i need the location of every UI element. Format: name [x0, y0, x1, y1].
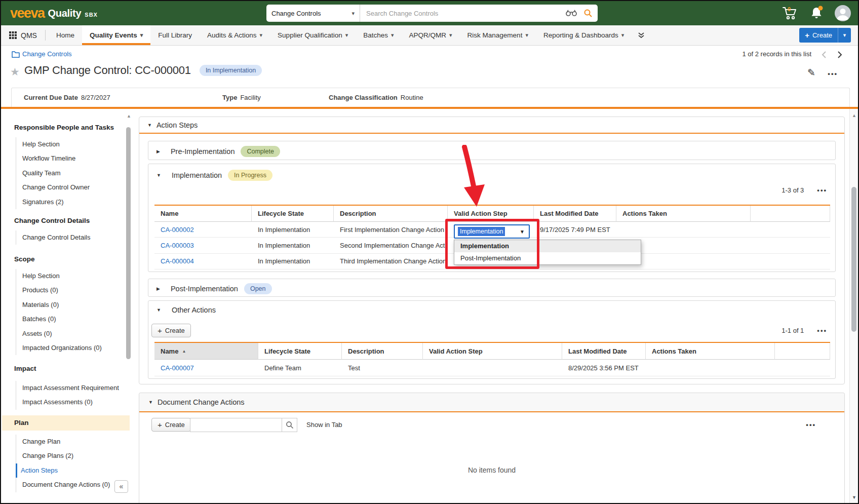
create-action-button[interactable]: + Create	[151, 324, 191, 337]
empty-state-message: No items found	[139, 466, 844, 474]
implementation-group-header[interactable]: Implementation In Progress	[157, 170, 272, 181]
create-dropdown-toggle[interactable]	[838, 28, 851, 43]
record-link[interactable]: CA-000003	[161, 242, 194, 249]
cell-empty	[775, 360, 830, 376]
record-link[interactable]: CA-000007	[161, 364, 194, 372]
tab-supplier-qualification[interactable]: Supplier Qualification	[270, 25, 356, 45]
column-header-description[interactable]: Description	[334, 206, 448, 222]
column-header-last-modified-date[interactable]: Last Modified Date	[534, 206, 616, 222]
sidebar-item-signatures[interactable]: Signatures (2)	[22, 195, 130, 209]
action-steps-section-header[interactable]: Action Steps	[139, 117, 844, 134]
notifications-bell-icon[interactable]	[809, 6, 824, 21]
post-implementation-group[interactable]: Post-Implementation Open	[148, 279, 836, 297]
document-actions-search-input[interactable]	[190, 418, 282, 432]
sidebar-item-change-plans[interactable]: Change Plans (2)	[22, 449, 130, 463]
table-pager: 1-3 of 3	[782, 186, 804, 194]
sidebar-item-workflow-timeline[interactable]: Workflow Timeline	[22, 151, 130, 166]
show-in-tab-link[interactable]: Show in Tab	[306, 421, 342, 429]
create-button[interactable]: + Create	[799, 28, 838, 43]
next-record-icon[interactable]	[837, 51, 843, 59]
cart-icon[interactable]: 0	[782, 6, 798, 21]
column-header-lifecycle-state[interactable]: Lifecycle State	[252, 206, 334, 222]
column-header-name[interactable]: Name	[154, 206, 252, 222]
sidebar-item-batches[interactable]: Batches (0)	[22, 312, 130, 326]
create-document-action-button[interactable]: + Create	[151, 418, 191, 432]
option-implementation[interactable]: Implementation	[454, 240, 641, 252]
column-header-valid-action-step[interactable]: Valid Action Step	[448, 206, 534, 222]
tab-audits-actions[interactable]: Audits & Actions	[200, 25, 270, 45]
other-actions-header[interactable]: Other Actions	[157, 306, 216, 314]
scroll-down-icon[interactable]: ▼	[852, 495, 856, 500]
sidebar-scrollbar[interactable]	[126, 127, 131, 359]
edit-pencil-icon[interactable]: ✎	[807, 67, 815, 79]
grid-icon	[9, 31, 17, 39]
user-avatar[interactable]	[835, 5, 851, 21]
global-search-input[interactable]	[360, 5, 598, 22]
tab-home[interactable]: Home	[49, 25, 82, 45]
scrollbar-thumb[interactable]	[851, 187, 856, 332]
column-header-lifecycle-state[interactable]: Lifecycle State	[258, 343, 342, 360]
column-header-valid-action-step[interactable]: Valid Action Step	[423, 343, 562, 360]
previous-record-icon[interactable]	[821, 51, 827, 59]
tab-apqr-qmr[interactable]: APQR/QMR	[402, 25, 460, 45]
record-link[interactable]: CA-000004	[161, 257, 194, 265]
valid-action-step-select[interactable]: Implementation ▼	[454, 224, 530, 239]
column-header-last-modified-date[interactable]: Last Modified Date	[562, 343, 646, 360]
search-submit-icon[interactable]	[282, 418, 297, 432]
sidebar-scroll-up-icon[interactable]: ▲	[127, 113, 131, 119]
section-actions-menu-icon[interactable]: •••	[806, 421, 816, 429]
plus-icon: +	[805, 31, 809, 40]
sidebar-item-action-steps[interactable]: Action Steps	[16, 463, 130, 478]
binoculars-icon[interactable]	[565, 9, 577, 17]
sidebar-item-materials[interactable]: Materials (0)	[22, 298, 130, 312]
tab-label: APQR/QMR	[409, 31, 447, 39]
tab-label: Home	[56, 31, 74, 39]
tab-risk-management[interactable]: Risk Management	[460, 25, 536, 45]
sidebar-section-impact: Impact	[2, 361, 130, 376]
sidebar-item-impact-assessments[interactable]: Impact Assessments (0)	[22, 395, 130, 409]
sidebar-item-impacted-organizations[interactable]: Impacted Organizations (0)	[22, 341, 130, 355]
app-switcher-qms[interactable]: QMS	[1, 25, 45, 45]
sidebar-item-change-control-owner[interactable]: Change Control Owner	[22, 180, 130, 195]
page-scrollbar[interactable]: ▲ ▼	[849, 109, 858, 503]
sidebar-item-quality-team[interactable]: Quality Team	[22, 166, 130, 180]
sidebar-item-help-section-scope[interactable]: Help Section	[22, 269, 130, 283]
environment-label: SBX	[85, 12, 98, 18]
tab-reporting-dashboards[interactable]: Reporting & Dashboards	[536, 25, 632, 45]
pre-implementation-group[interactable]: Pre-Implementation Complete	[148, 141, 836, 160]
table-row: CA-000003	[154, 238, 252, 253]
sidebar-item-impact-assessment-requirement[interactable]: Impact Assessment Requirement	[22, 381, 130, 395]
table-actions-menu-icon[interactable]: •••	[817, 327, 827, 334]
column-header-description[interactable]: Description	[342, 343, 423, 360]
cell-valid-action-step	[423, 360, 562, 376]
record-actions-menu-icon[interactable]: •••	[828, 70, 838, 77]
search-icon[interactable]	[583, 9, 593, 18]
sidebar-item-assets[interactable]: Assets (0)	[22, 327, 130, 341]
status-badge-open: Open	[244, 283, 272, 294]
table-actions-menu-icon[interactable]: •••	[817, 186, 827, 194]
column-header-actions-taken[interactable]: Actions Taken	[616, 206, 751, 222]
column-header-name-sorted[interactable]: Name	[154, 343, 258, 360]
search-scope-dropdown[interactable]: Change Controls	[266, 5, 360, 22]
record-link[interactable]: CA-000002	[161, 226, 194, 234]
record-details-bar: Current Due Date8/27/2027 TypeFacility C…	[11, 88, 850, 107]
sidebar-section-responsible: Responsible People and Tasks	[2, 120, 130, 135]
tab-quality-events[interactable]: Quality Events	[82, 25, 150, 45]
sidebar-item-products[interactable]: Products (0)	[22, 283, 130, 297]
tab-label: Risk Management	[467, 31, 523, 39]
sidebar-item-document-change-actions[interactable]: Document Change Actions (0)	[22, 478, 130, 492]
sidebar-item-help-section[interactable]: Help Section	[22, 137, 130, 151]
option-post-implementation[interactable]: Post-Implementation	[454, 252, 641, 264]
sidebar-item-change-plan[interactable]: Change Plan	[22, 435, 130, 449]
tab-batches[interactable]: Batches	[356, 25, 401, 45]
document-change-actions-header[interactable]: Document Change Actions	[139, 393, 844, 412]
breadcrumb[interactable]: Change Controls	[22, 50, 72, 58]
sidebar-item-change-control-details[interactable]: Change Control Details	[22, 230, 130, 245]
column-header-actions-taken[interactable]: Actions Taken	[646, 343, 775, 360]
selected-value: Implementation	[458, 227, 505, 236]
more-tabs-chevron-icon[interactable]	[632, 25, 651, 45]
sidebar-collapse-button[interactable]: «	[114, 480, 128, 493]
tab-full-library[interactable]: Full Library	[150, 25, 200, 45]
favorite-star-icon[interactable]: ★	[10, 66, 20, 78]
scroll-up-icon[interactable]: ▲	[852, 113, 856, 118]
